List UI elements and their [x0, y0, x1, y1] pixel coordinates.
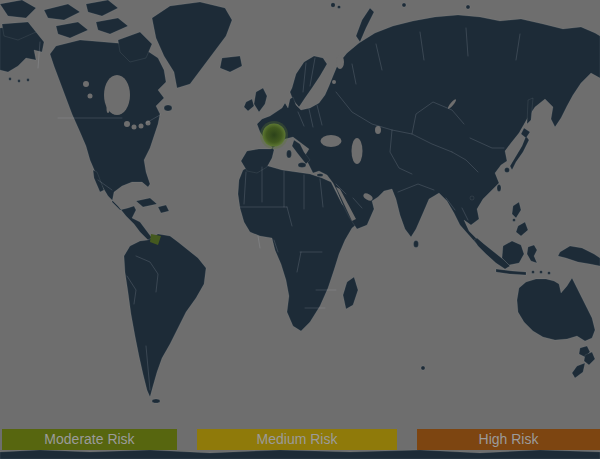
black-sea	[321, 135, 342, 147]
island-java	[496, 269, 526, 275]
lake-ladoga	[332, 80, 336, 84]
island-kyushu	[505, 168, 510, 173]
lake-winnipeg	[107, 103, 110, 113]
landmass-australia	[517, 278, 595, 341]
island-hispaniola	[158, 205, 169, 213]
island-newfoundland	[164, 105, 172, 111]
island-sri-lanka	[414, 241, 419, 248]
great-lakes	[124, 121, 130, 127]
island-new-zealand-south	[572, 363, 585, 378]
island-aleutians	[9, 78, 12, 81]
island-arctic	[86, 0, 118, 16]
island-arctic	[44, 4, 80, 20]
great-bear-lake	[83, 81, 89, 87]
island-borneo	[502, 241, 524, 265]
risk-map-screen: Moderate Risk Medium Risk High Risk	[0, 0, 600, 459]
island-arctic	[56, 22, 88, 38]
risk-legend: Moderate Risk Medium Risk High Risk	[2, 429, 600, 450]
island-arctic	[0, 0, 36, 18]
great-slave-lake	[88, 94, 93, 99]
france-highlight-marker[interactable]	[263, 124, 286, 147]
island-hainan	[470, 196, 474, 200]
moderate-risk-button[interactable]: Moderate Risk	[2, 429, 177, 450]
island-hokkaido	[521, 128, 530, 138]
medium-risk-button[interactable]: Medium Risk	[197, 429, 397, 450]
island-iceland	[220, 56, 242, 72]
island-great-britain	[254, 88, 267, 112]
island-crete	[317, 174, 323, 177]
island-svalbard	[331, 3, 335, 7]
land-shapes	[0, 0, 600, 459]
white-sea	[336, 55, 344, 69]
aral-sea	[375, 126, 381, 134]
island-sakhalin	[527, 98, 533, 124]
island-kerguelen	[421, 366, 425, 370]
world-map[interactable]	[0, 0, 600, 459]
island-tierra-del-fuego	[152, 399, 160, 403]
island-luzon	[512, 202, 521, 218]
island-taiwan	[497, 185, 501, 192]
island-sicily	[298, 163, 306, 168]
island-ireland	[244, 99, 254, 111]
island-madagascar	[343, 277, 358, 309]
high-risk-button[interactable]: High Risk	[417, 429, 600, 450]
landmass-antarctica	[0, 450, 600, 459]
island-cuba	[136, 198, 157, 207]
island-arctic	[96, 18, 128, 34]
island-sulawesi	[527, 245, 537, 263]
island-mindanao	[516, 222, 528, 236]
landmass-south-america	[124, 234, 206, 397]
island-new-guinea	[558, 246, 600, 266]
landmass-north-america	[50, 40, 166, 240]
caspian-sea	[352, 138, 363, 164]
island-sardinia	[287, 150, 292, 158]
